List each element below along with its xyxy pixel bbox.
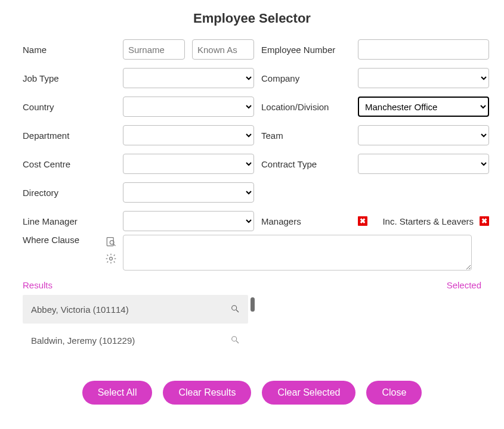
location-division-select[interactable]: Manchester Office <box>358 97 489 117</box>
label-country: Country <box>23 102 116 112</box>
starters-leavers-toggle[interactable]: ✖ <box>480 216 489 226</box>
magnifier-icon[interactable] <box>230 335 240 346</box>
label-location-division: Location/Division <box>261 102 351 112</box>
results-heading: Results <box>23 280 52 290</box>
magnifier-icon[interactable] <box>230 366 240 367</box>
managers-toggle[interactable]: ✖ <box>358 216 367 226</box>
line-manager-select[interactable] <box>123 211 254 231</box>
result-item[interactable] <box>23 357 248 366</box>
employee-number-input[interactable] <box>358 39 489 60</box>
select-all-button[interactable]: Select All <box>82 381 153 405</box>
job-type-select[interactable] <box>123 68 254 88</box>
label-job-type: Job Type <box>23 73 116 83</box>
contract-type-select[interactable] <box>358 154 489 174</box>
result-item[interactable]: Abbey, Victoria (101114) <box>23 295 248 324</box>
svg-line-7 <box>236 341 239 343</box>
label-team: Team <box>261 130 351 141</box>
results-list: Abbey, Victoria (101114) Baldwin, Jeremy… <box>23 295 481 366</box>
label-department: Department <box>23 130 116 141</box>
team-select[interactable] <box>358 125 489 145</box>
where-clause-search-icon[interactable] <box>105 236 117 248</box>
department-select[interactable] <box>123 125 254 145</box>
surname-input[interactable] <box>123 39 185 60</box>
label-cost-centre: Cost Centre <box>23 159 116 169</box>
label-name: Name <box>23 45 116 55</box>
label-managers: Managers <box>261 216 351 226</box>
label-employee-number: Employee Number <box>261 45 351 55</box>
close-button[interactable]: Close <box>366 381 422 405</box>
label-directory: Directory <box>23 188 116 198</box>
label-contract-type: Contract Type <box>261 159 351 169</box>
selected-heading: Selected <box>447 280 481 290</box>
cost-centre-select[interactable] <box>123 154 254 174</box>
dialog-title: Employee Selector <box>23 11 481 26</box>
clear-selected-button[interactable]: Clear Selected <box>262 381 355 405</box>
result-item[interactable]: Baldwin, Jeremy (101229) <box>23 326 248 355</box>
svg-line-5 <box>236 310 239 312</box>
directory-select[interactable] <box>123 182 254 203</box>
where-clause-textarea[interactable] <box>123 235 472 271</box>
svg-point-4 <box>232 305 237 310</box>
country-select[interactable] <box>123 97 254 117</box>
label-line-manager: Line Manager <box>23 216 116 226</box>
label-company: Company <box>261 73 351 83</box>
svg-point-3 <box>110 257 113 260</box>
svg-point-6 <box>232 336 237 341</box>
company-select[interactable] <box>358 68 489 88</box>
result-item-label: Baldwin, Jeremy (101229) <box>31 335 135 346</box>
scrollbar-thumb[interactable] <box>251 297 255 312</box>
known-as-input[interactable] <box>192 39 254 60</box>
where-clause-gear-icon[interactable] <box>105 253 117 265</box>
clear-results-button[interactable]: Clear Results <box>163 381 251 405</box>
result-item-label: Abbey, Victoria (101114) <box>31 304 129 315</box>
magnifier-icon[interactable] <box>230 304 240 315</box>
label-inc-starters-leavers: Inc. Starters & Leavers <box>382 216 474 226</box>
label-where-clause: Where Clause <box>23 235 99 271</box>
